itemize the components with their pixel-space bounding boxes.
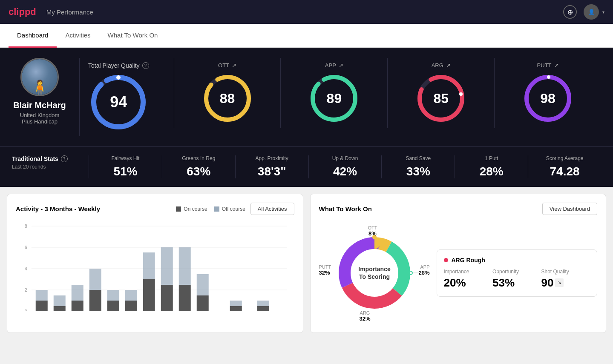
tab-what-to-work-on[interactable]: What To Work On: [99, 24, 167, 48]
importance-label: Importance: [444, 269, 493, 275]
svg-text:4: 4: [25, 266, 27, 271]
score-card-ott: OTT ↗ 88: [174, 58, 281, 128]
help-icon[interactable]: ?: [142, 62, 149, 69]
svg-rect-33: [125, 301, 137, 311]
stat-scoring-value: 74.28: [535, 165, 594, 178]
donut-label-putt: PUTT 32%: [319, 264, 331, 276]
work-panel: What To Work On View Dashboard Importanc: [310, 194, 607, 333]
all-activities-button[interactable]: All Activities: [250, 203, 294, 215]
legend-off-course: Off course: [214, 206, 245, 212]
putt-trend-icon: ↗: [554, 62, 559, 69]
arg-label: ARG ↗: [432, 62, 451, 69]
arg-value: 85: [433, 91, 449, 106]
svg-rect-38: [161, 247, 173, 285]
work-content: Importance To Scoring OTT 8% APP 28% ARG…: [319, 222, 598, 324]
player-info-section: 🧍 Blair McHarg United Kingdom Plus Handi…: [12, 58, 67, 125]
stat-sandsave-label: Sand Save: [389, 155, 448, 161]
stats-title: Traditional Stats ?: [12, 155, 89, 162]
donut-chart-wrap: Importance To Scoring OTT 8% APP 28% ARG…: [319, 222, 430, 324]
svg-text:Importance: Importance: [358, 266, 391, 272]
metric-opportunity: Opportunity 53%: [492, 269, 541, 289]
total-quality-section: Total Player Quality ? 94: [79, 58, 162, 136]
work-detail-dot: [444, 258, 448, 262]
stats-subtitle: Last 20 rounds: [12, 164, 89, 170]
svg-text:2: 2: [25, 287, 27, 292]
stat-up-down: Up & Down 42%: [308, 155, 382, 178]
stat-1putt-label: 1 Putt: [462, 155, 521, 161]
svg-text:8: 8: [25, 224, 27, 229]
work-detail-header: ARG Rough: [444, 257, 590, 264]
tab-dashboard[interactable]: Dashboard: [9, 24, 57, 48]
svg-rect-36: [143, 252, 155, 279]
svg-rect-23: [36, 301, 48, 311]
importance-value: 20%: [444, 276, 493, 289]
view-dashboard-button[interactable]: View Dashboard: [542, 203, 597, 215]
player-handicap: Plus Handicap: [13, 118, 66, 125]
score-card-arg: ARG ↗ 85: [387, 58, 494, 128]
total-quality-label: Total Player Quality ?: [88, 62, 149, 69]
tab-activities[interactable]: Activities: [57, 24, 99, 48]
player-details: Blair McHarg United Kingdom Plus Handica…: [13, 100, 66, 125]
putt-label: PUTT ↗: [537, 62, 559, 69]
player-avatar: 🧍: [20, 58, 59, 96]
stat-fairways-value: 51%: [96, 165, 155, 178]
chart-title: Activity - 3 Months - Weekly: [16, 205, 176, 212]
stat-proximity-value: 38'3": [242, 165, 302, 178]
stat-1-putt: 1 Putt 28%: [455, 155, 528, 178]
chart-legend: On course Off course: [176, 206, 245, 212]
score-card-putt: PUTT ↗ 98: [494, 58, 601, 128]
donut-label-ott: OTT 8%: [368, 225, 377, 237]
work-metrics: Importance 20% Opportunity 53% Shot Qual…: [444, 269, 590, 289]
svg-rect-27: [72, 301, 83, 311]
stat-proximity-label: App. Proximity: [242, 155, 302, 161]
svg-rect-35: [143, 279, 155, 311]
svg-text:6: 6: [25, 245, 27, 250]
arg-trend-icon: ↗: [446, 62, 451, 69]
work-panel-title: What To Work On: [319, 205, 542, 212]
donut-chart-svg: Importance To Scoring: [332, 230, 417, 315]
avatar: 👤: [584, 4, 599, 20]
shot-quality-row: 90 ↘: [541, 276, 590, 289]
metric-importance: Importance 20%: [444, 269, 493, 289]
putt-gauge: 98: [522, 73, 573, 124]
svg-rect-34: [125, 290, 137, 301]
app-gauge: 89: [308, 73, 360, 124]
chevron-down-icon: ▾: [602, 10, 604, 14]
svg-rect-32: [107, 290, 119, 301]
player-section: 🧍 Blair McHarg United Kingdom Plus Handi…: [12, 58, 601, 136]
app-value: 89: [327, 91, 342, 106]
stats-label-section: Traditional Stats ? Last 20 rounds: [12, 155, 89, 178]
player-panel: 🧍 Blair McHarg United Kingdom Plus Handi…: [0, 48, 613, 146]
svg-rect-29: [89, 290, 101, 311]
ott-label: OTT ↗: [218, 62, 236, 69]
add-button[interactable]: ⊕: [563, 5, 577, 19]
svg-rect-40: [179, 247, 191, 285]
scores-section: OTT ↗ 88 APP ↗: [174, 58, 601, 128]
donut-label-arg: ARG 32%: [360, 310, 371, 322]
off-course-legend-icon: [214, 206, 219, 212]
header-title: My Performance: [46, 9, 563, 16]
svg-point-2: [116, 75, 121, 80]
stat-scoring-label: Scoring Average: [535, 155, 594, 161]
svg-rect-46: [257, 301, 269, 306]
header-actions: ⊕ 👤 ▾: [563, 4, 604, 20]
stat-1putt-value: 28%: [462, 165, 521, 178]
stat-updown-value: 42%: [316, 165, 375, 178]
svg-rect-26: [54, 295, 66, 306]
stat-app-proximity: App. Proximity 38'3": [235, 155, 308, 178]
user-menu[interactable]: 👤 ▾: [584, 4, 604, 20]
chart-panel: Activity - 3 Months - Weekly On course O…: [7, 194, 303, 333]
stats-help-icon[interactable]: ?: [61, 155, 68, 162]
svg-rect-37: [161, 285, 173, 311]
arg-gauge: 85: [415, 73, 466, 124]
activity-chart-svg: 8 6 4 2 0: [16, 222, 294, 311]
work-detail-title: ARG Rough: [452, 257, 485, 264]
stat-updown-label: Up & Down: [316, 155, 375, 161]
bottom-section: Activity - 3 Months - Weekly On course O…: [0, 187, 613, 340]
score-card-app: APP ↗ 89: [280, 58, 387, 128]
stat-scoring-avg: Scoring Average 74.28: [528, 155, 601, 178]
svg-rect-31: [107, 301, 119, 311]
app-label: APP ↗: [325, 62, 343, 69]
player-country: United Kingdom: [13, 112, 66, 118]
plus-icon: ⊕: [567, 8, 573, 16]
